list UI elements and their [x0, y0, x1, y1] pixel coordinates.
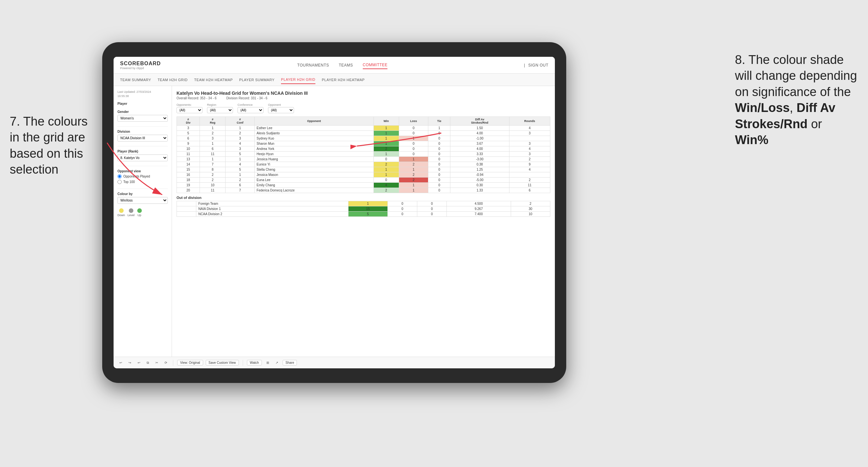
cell-rounds: 10 [511, 212, 550, 217]
annotation-right-sep1: , [790, 101, 797, 115]
cell-empty [177, 212, 196, 217]
cell-div: 10 [177, 146, 200, 152]
division-label: Division [118, 130, 168, 133]
annotation-left-text: 7. The colours in the grid are based on … [10, 115, 88, 176]
cell-tie: 0 [428, 162, 451, 167]
cell-diff: 7.400 [446, 212, 511, 217]
col-div: #Div [177, 117, 200, 126]
cell-tie: 0 [428, 178, 451, 183]
opponent-view-section: Opponent view Opponents Played Top 100 [118, 169, 168, 184]
cell-rounds: 3 [509, 141, 550, 146]
view-original-button[interactable]: View: Original [177, 360, 203, 366]
forward-button[interactable]: ↩ [136, 360, 142, 365]
radio-top100[interactable]: Top 100 [118, 180, 168, 184]
cell-div: 3 [177, 126, 200, 131]
radio-opponents-played-label: Opponents Played [123, 175, 150, 178]
cell-tie: 0 [428, 141, 451, 146]
tab-player-summary[interactable]: PLAYER SUMMARY [239, 76, 275, 84]
cell-win: 2 [373, 146, 399, 152]
export-icon[interactable]: ↗ [274, 360, 280, 365]
cell-win: 1 [348, 201, 388, 207]
grid-subtitle: Overall Record: 353 - 34 - 6 Division Re… [177, 96, 550, 100]
conference-select[interactable]: (All) [238, 107, 264, 113]
cell-win: 5 [348, 212, 388, 217]
cell-diff: 9.267 [446, 207, 511, 212]
cell-opponent: NAIA Division 1 [196, 207, 348, 212]
table-row: NCAA Division 2 5 0 0 7.400 10 [177, 212, 550, 217]
cell-loss: 0 [399, 126, 428, 131]
tab-team-summary[interactable]: TEAM SUMMARY [120, 76, 151, 84]
cell-opponent: NCAA Division 2 [196, 212, 348, 217]
tab-player-h2h-heatmap[interactable]: PLAYER H2H HEATMAP [322, 76, 365, 84]
cell-opponent: Stella Cheng [254, 167, 373, 172]
save-custom-view-button[interactable]: Save Custom View [206, 360, 239, 366]
nav-teams[interactable]: TEAMS [339, 62, 353, 69]
cell-empty [177, 201, 196, 207]
cell-opponent: Emily Chang [254, 183, 373, 188]
opponents-filter: Opponents: (All) [177, 103, 203, 113]
cell-tie: 0 [428, 183, 451, 188]
colour-by-select[interactable]: Win/loss [118, 197, 168, 204]
colour-by-label: Colour by [118, 192, 168, 196]
separator1 [173, 360, 173, 366]
cell-win: 1 [373, 136, 399, 141]
cell-diff: 4.500 [446, 201, 511, 207]
cell-conf: 2 [225, 131, 254, 136]
region-select[interactable]: (All) [207, 107, 233, 113]
cell-tie: 0 [428, 167, 451, 172]
player-rank-section: Player (Rank) 8. Katelyn Vo [118, 150, 168, 161]
player-rank-select[interactable]: 8. Katelyn Vo [118, 154, 168, 161]
cell-rounds [509, 172, 550, 178]
cell-rounds: 2 [511, 201, 550, 207]
cell-div: 9 [177, 141, 200, 146]
legend-level-label: Level [127, 214, 135, 217]
opponent-view-label: Opponent view [118, 169, 168, 173]
clock-button[interactable]: ⟳ [162, 360, 169, 365]
watch-button[interactable]: Watch [247, 360, 262, 366]
copy-button[interactable]: ⧉ [145, 360, 151, 366]
radio-opponents-played[interactable]: Opponents Played [118, 174, 168, 179]
cell-rounds: 2 [509, 178, 550, 183]
player-section: Player [118, 102, 168, 105]
cell-reg: 8 [199, 167, 225, 172]
conference-filter: Conference (All) [238, 103, 264, 113]
cell-diff: 4.00 [451, 131, 509, 136]
nav-right: | Sign out [524, 62, 548, 69]
table-row: 11 11 5 Heejo Hyun 1 0 0 3.33 3 [177, 152, 550, 157]
cell-loss: 0 [388, 207, 417, 212]
division-select[interactable]: NCAA Division III [118, 135, 168, 142]
share-icon[interactable]: ⊞ [265, 360, 271, 365]
redo-button[interactable]: ↪ [127, 360, 133, 365]
col-win: Win [373, 117, 399, 126]
logo-sub: Powered by clippd [120, 66, 161, 70]
cell-diff: -0.94 [451, 172, 509, 178]
legend-level-dot [129, 208, 133, 213]
share-button[interactable]: Share [283, 360, 297, 366]
radio-opponents-played-input[interactable] [118, 174, 122, 179]
gender-section: Gender Women's [118, 110, 168, 122]
nav-tournaments[interactable]: TOURNAMENTS [297, 62, 329, 69]
opponents-select[interactable]: (All) [177, 107, 203, 113]
separator-icon: | [524, 63, 525, 67]
sign-out-link[interactable]: Sign out [528, 62, 548, 69]
cell-reg: 1 [199, 126, 225, 131]
radio-top100-input[interactable] [118, 180, 122, 184]
tab-player-h2h-grid[interactable]: PLAYER H2H GRID [281, 75, 315, 84]
undo-button[interactable]: ↩ [118, 360, 124, 365]
tab-team-h2h-heatmap[interactable]: TEAM H2H HEATMAP [194, 76, 232, 84]
cell-win: 0 [373, 178, 399, 183]
opponent-select[interactable]: (All) [268, 107, 294, 113]
cell-div: 15 [177, 167, 200, 172]
cell-conf: 1 [225, 157, 254, 162]
tab-team-h2h-grid[interactable]: TEAM H2H GRID [158, 76, 188, 84]
annotation-right-bold1: Win/Loss [735, 101, 790, 115]
cell-win: 1 [373, 126, 399, 131]
cell-diff: 1.50 [451, 126, 509, 131]
cell-div: 20 [177, 188, 200, 193]
cut-button[interactable]: ✂ [153, 360, 160, 365]
cell-diff: 0.30 [451, 183, 509, 188]
cell-opponent: Esther Lee [254, 126, 373, 131]
gender-select[interactable]: Women's [118, 115, 168, 122]
cell-conf: 3 [225, 146, 254, 152]
nav-committee[interactable]: COMMITTEE [363, 61, 388, 69]
